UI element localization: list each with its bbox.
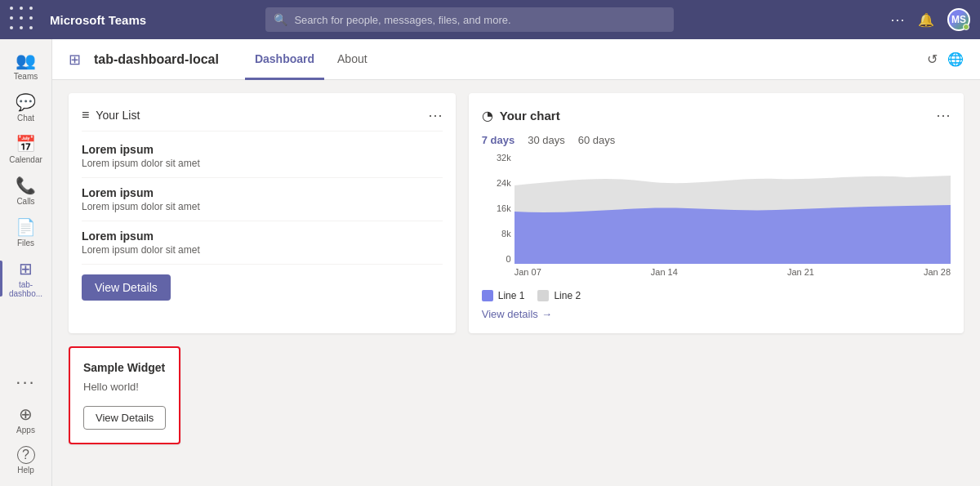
chart-y-labels: 32k 24k 16k 8k 0 [482, 153, 511, 264]
app-title: Microsoft Teams [50, 13, 146, 27]
sidebar-label-help: Help [17, 466, 34, 475]
list-item-3-subtitle: Lorem ipsum dolor sit amet [82, 244, 443, 256]
chart-x-labels: Jan 07 Jan 14 Jan 21 Jan 28 [514, 267, 951, 283]
tab-header-title: tab-dashboard-local [94, 52, 219, 67]
tab-navigation: Dashboard About [245, 39, 377, 79]
sidebar-label-calendar: Calendar [9, 155, 42, 164]
sidebar-item-calls[interactable]: 📞 Calls [3, 171, 49, 211]
search-bar[interactable]: 🔍 [265, 7, 674, 32]
sidebar-label-tab-dashboard: tab-dashbo... [7, 280, 46, 298]
chart-card-menu-icon[interactable]: ⋯ [936, 106, 951, 124]
chart-area [514, 153, 951, 264]
apps-icon: ⊕ [19, 404, 33, 424]
sidebar-label-chat: Chat [17, 114, 34, 123]
sidebar-item-tab-dashboard[interactable]: ⊞ tab-dashbo... [3, 254, 49, 303]
sample-widget-title: Sample Widget [83, 361, 166, 374]
tab-dashboard[interactable]: Dashboard [245, 40, 324, 80]
x-label-jan21: Jan 21 [787, 267, 814, 283]
list-item: Lorem ipsum Lorem ipsum dolor sit amet [82, 178, 443, 221]
sidebar-item-teams[interactable]: 👥 Teams [3, 46, 49, 86]
sidebar-label-files: Files [17, 239, 34, 247]
sidebar-label-teams: Teams [14, 72, 38, 81]
chart-tabs: 7 days 30 days 60 days [482, 134, 951, 146]
help-icon: ? [17, 446, 35, 464]
sidebar-item-files[interactable]: 📄 Files [3, 212, 49, 252]
search-input[interactable] [294, 14, 666, 26]
y-label-8k: 8k [482, 229, 511, 239]
y-label-32k: 32k [482, 153, 511, 163]
legend-item-line2: Line 2 [537, 290, 581, 301]
legend-swatch-line2 [537, 290, 549, 301]
sample-widget-text: Hello world! [83, 381, 166, 393]
sidebar-label-calls: Calls [16, 197, 34, 206]
avatar[interactable]: MS [947, 8, 970, 31]
list-view-details-button[interactable]: View Details [82, 274, 171, 301]
topbar-right: ⋯ 🔔 MS [890, 8, 970, 31]
legend-label-line1: Line 1 [498, 290, 525, 301]
list-card: ≡ Your List ⋯ Lorem ipsum Lorem ipsum do… [69, 93, 456, 333]
content-area: ⊞ tab-dashboard-local Dashboard About ↺ … [52, 39, 980, 486]
chart-view-details-link[interactable]: View details → [482, 308, 951, 320]
files-icon: 📄 [16, 217, 36, 237]
chart-card-header: ◔ Your chart ⋯ [482, 106, 951, 124]
x-label-jan14: Jan 14 [651, 267, 678, 283]
tab-header-actions: ↺ 🌐 [927, 51, 964, 67]
legend-swatch-line1 [482, 290, 493, 301]
x-label-jan07: Jan 07 [514, 267, 541, 283]
list-item-2-subtitle: Lorem ipsum dolor sit amet [82, 201, 443, 212]
tab-about[interactable]: About [327, 40, 377, 80]
sidebar: 👥 Teams 💬 Chat 📅 Calendar 📞 Calls 📄 File… [0, 39, 52, 486]
sample-widget-card: Sample Widget Hello world! View Details [69, 346, 180, 444]
chart-tab-30days[interactable]: 30 days [528, 134, 565, 146]
x-label-jan28: Jan 28 [924, 267, 951, 283]
topbar: Microsoft Teams 🔍 ⋯ 🔔 MS [0, 0, 980, 39]
y-label-0: 0 [482, 254, 511, 264]
list-card-header: ≡ Your List ⋯ [82, 106, 443, 132]
avatar-status-indicator [963, 24, 969, 30]
dashboard-content: ≡ Your List ⋯ Lorem ipsum Lorem ipsum do… [52, 80, 980, 486]
teams-icon: 👥 [16, 51, 36, 70]
list-card-menu-icon[interactable]: ⋯ [428, 106, 443, 124]
list-item-1-title: Lorem ipsum [82, 143, 443, 156]
tab-header: ⊞ tab-dashboard-local Dashboard About ↺ … [52, 39, 980, 80]
sidebar-item-calendar[interactable]: 📅 Calendar [3, 129, 49, 169]
list-item-2-title: Lorem ipsum [82, 186, 443, 199]
main-layout: 👥 Teams 💬 Chat 📅 Calendar 📞 Calls 📄 File… [0, 39, 980, 486]
y-label-16k: 16k [482, 203, 511, 213]
calendar-icon: 📅 [16, 134, 36, 154]
sidebar-label-apps: Apps [16, 426, 35, 435]
more-apps-icon: ··· [16, 372, 35, 393]
apps-grid-icon[interactable] [10, 7, 37, 33]
y-label-24k: 24k [482, 178, 511, 188]
list-header-title: Your List [96, 109, 427, 122]
notification-bell-icon[interactable]: 🔔 [918, 12, 934, 28]
chat-icon: 💬 [16, 92, 36, 112]
legend-item-line1: Line 1 [482, 290, 525, 301]
list-item: Lorem ipsum Lorem ipsum dolor sit amet [82, 135, 443, 178]
legend-label-line2: Line 2 [554, 290, 581, 301]
chart-card: ◔ Your chart ⋯ 7 days 30 days 60 days 32… [469, 93, 964, 333]
chart-header-title: Your chart [500, 109, 929, 123]
list-item-3-title: Lorem ipsum [82, 230, 443, 243]
refresh-icon[interactable]: ↺ [927, 51, 938, 67]
sidebar-item-apps[interactable]: ⊕ Apps [3, 399, 49, 439]
more-icon[interactable]: ⋯ [890, 11, 905, 29]
sidebar-item-chat[interactable]: 💬 Chat [3, 87, 49, 127]
chart-tab-60days[interactable]: 60 days [578, 134, 616, 146]
tab-header-icon: ⊞ [69, 51, 81, 69]
search-icon: 🔍 [274, 13, 287, 26]
globe-icon[interactable]: 🌐 [947, 51, 964, 67]
sidebar-item-help[interactable]: ? Help [3, 441, 49, 479]
list-item: Lorem ipsum Lorem ipsum dolor sit amet [82, 221, 443, 265]
chart-header-icon: ◔ [482, 108, 493, 123]
sidebar-item-more[interactable]: ··· [3, 367, 49, 398]
list-item-1-subtitle: Lorem ipsum dolor sit amet [82, 158, 443, 169]
sample-widget-view-details-button[interactable]: View Details [83, 406, 166, 430]
chart-legend: Line 1 Line 2 [482, 290, 951, 301]
chart-container: 32k 24k 16k 8k 0 [482, 153, 951, 283]
dashboard-tab-icon: ⊞ [19, 259, 33, 279]
calls-icon: 📞 [16, 176, 36, 195]
chart-tab-7days[interactable]: 7 days [482, 134, 514, 146]
arrow-icon: → [541, 308, 552, 320]
list-header-icon: ≡ [82, 108, 89, 123]
